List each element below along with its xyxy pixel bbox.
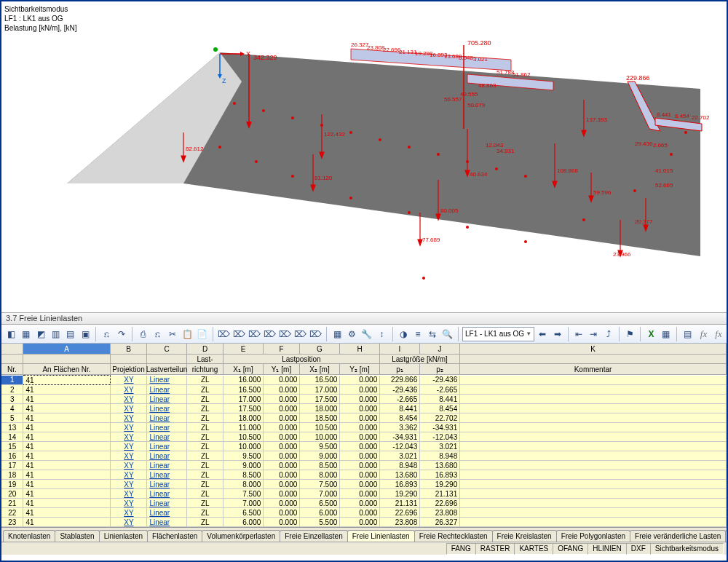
tab[interactable]: Freie Kreislasten [492,530,557,542]
tool-icon[interactable]: ▦ [19,327,32,341]
redo-icon[interactable]: ↷ [115,327,128,341]
svg-text:342.329: 342.329 [253,54,277,61]
loadcase-combo[interactable]: LF1 - LK1 aus OG▼ [462,327,534,341]
tool-icon[interactable]: ▣ [79,327,92,341]
tool-icon[interactable]: ⤴ [602,327,615,341]
table-row[interactable]: 2041XYLinearZL7.5000.0007.0000.00019.290… [1,489,727,499]
table-row[interactable]: 1441XYLinearZL10.5000.00010.0000.000-34.… [1,432,727,442]
tool-icon[interactable]: ◩ [34,327,47,341]
tool-icon[interactable]: ⌦ [232,327,246,341]
tool-icon[interactable]: ▦ [660,327,673,341]
data-grid[interactable]: 141XYLinearZL16.0000.00016.5000.000229.8… [1,375,727,527]
row-number[interactable]: 15 [1,442,23,451]
tool-icon[interactable]: ⎙ [136,327,149,341]
next-icon[interactable]: ➡ [550,327,563,341]
calc-icon[interactable]: ▤ [681,327,694,341]
tool-icon[interactable]: ⇤ [572,327,585,341]
tab[interactable]: Volumenkörperlasten [202,530,280,542]
tool-icon[interactable]: ◧ [4,327,17,341]
svg-point-97 [670,153,673,156]
table-row[interactable]: 1841XYLinearZL8.5000.0008.0000.00013.680… [1,470,727,480]
tab[interactable]: Freie Rechtecklasten [414,530,493,542]
row-number[interactable]: 2 [1,385,23,395]
tool-icon[interactable]: fx [711,327,724,341]
status-cell[interactable]: DXF [626,543,651,555]
tool-icon[interactable]: ⌦ [217,327,231,341]
row-number[interactable]: 23 [1,518,23,527]
tool-icon[interactable]: ◑ [396,327,409,341]
table-row[interactable]: 2341XYLinearZL6.0000.0005.5000.00023.808… [1,518,727,527]
table-row[interactable]: 1341XYLinearZL11.0000.00010.5000.0003.36… [1,423,727,432]
row-number[interactable]: 5 [1,413,23,423]
copy-icon[interactable]: 📋 [181,327,194,341]
tool-icon[interactable]: ⌦ [309,327,323,341]
status-cell[interactable]: FANG [446,543,476,555]
paste-icon[interactable]: 📄 [196,327,209,341]
find-icon[interactable]: 🔍 [441,327,454,341]
viewport-3d[interactable]: Sichtbarkeitsmodus LF1 : LK1 aus OG Bela… [1,1,727,312]
table-row[interactable]: 441XYLinearZL17.5000.00018.0000.0008.441… [1,404,727,413]
settings-icon[interactable]: ⚙ [345,327,358,341]
table-row[interactable]: 1541XYLinearZL10.0000.0009.5000.000-12.0… [1,442,727,451]
row-number[interactable]: 13 [1,423,23,432]
svg-point-79 [320,124,323,127]
tab[interactable]: Freie veränderliche Lasten [630,530,726,542]
table-row[interactable]: 141XYLinearZL16.0000.00016.5000.000229.8… [1,376,727,385]
tool-icon[interactable]: fx [695,327,708,341]
row-number[interactable]: 21 [1,499,23,508]
row-number[interactable]: 17 [1,461,23,470]
tab[interactable]: Freie Einzellasten [280,530,347,542]
row-number[interactable]: 20 [1,489,23,499]
table-row[interactable]: 1641XYLinearZL9.5000.0009.0000.0003.0218… [1,451,727,461]
tool-icon[interactable]: ⌦ [263,327,277,341]
undo-icon[interactable]: ⎌ [100,327,113,341]
status-cell[interactable]: RASTER [475,543,515,555]
tool-icon[interactable]: 🔧 [360,327,373,341]
svg-point-96 [633,189,636,192]
table-row[interactable]: 2241XYLinearZL6.5000.0006.0000.00022.696… [1,508,727,518]
row-number[interactable]: 18 [1,470,23,480]
excel-icon[interactable]: X [644,327,657,341]
sheet-toolbar: ◧ ▦ ◩ ▥ ▤ ▣ ⎌ ↷ ⎙ ⎌ ✂ 📋 📄 ⌦ ⌦ ⌦ ⌦ ⌦ ⌦ ⌦ … [1,325,727,344]
row-number[interactable]: 3 [1,395,23,404]
tool-icon[interactable]: ⌦ [293,327,307,341]
table-row[interactable]: 241XYLinearZL16.5000.00017.0000.000-29.4… [1,385,727,395]
table-row[interactable]: 1941XYLinearZL8.0000.0007.5000.00016.893… [1,480,727,489]
row-number[interactable]: 19 [1,480,23,489]
table-row[interactable]: 1741XYLinearZL9.0000.0008.5000.0008.9481… [1,461,727,470]
status-cell[interactable]: KARTES [514,543,553,555]
svg-point-82 [408,146,411,149]
table-row[interactable]: 2141XYLinearZL7.0000.0006.5000.00021.131… [1,499,727,508]
tool-icon[interactable]: ≡ [411,327,424,341]
status-cell[interactable]: HLINIEN [587,543,626,555]
tab[interactable]: Linienlasten [99,530,148,542]
tool-icon[interactable]: ⌦ [248,327,261,341]
tool-icon[interactable]: ⌦ [278,327,292,341]
table-row[interactable]: 541XYLinearZL18.0000.00018.5000.0008.454… [1,413,727,423]
tool-icon[interactable]: ▥ [49,327,62,341]
row-number[interactable]: 1 [1,376,23,385]
cut-icon[interactable]: ✂ [166,327,179,341]
tab[interactable]: Knoten-Zwangsverformungen [725,530,727,542]
tool-icon[interactable]: ⇥ [587,327,600,341]
row-number[interactable]: 14 [1,432,23,442]
svg-point-83 [437,153,440,156]
tool-icon[interactable]: ▦ [331,327,344,341]
row-number[interactable]: 22 [1,508,23,518]
status-cell[interactable]: Sichtbarkeitsmodus [650,543,724,555]
tool-icon[interactable]: ↕ [375,327,388,341]
table-row[interactable]: 341XYLinearZL17.0000.00017.5000.000-2.66… [1,395,727,404]
tab[interactable]: Flächenlasten [147,530,202,542]
tool-icon[interactable]: ⇆ [426,327,439,341]
tool-icon[interactable]: ⚑ [623,327,636,341]
prev-icon[interactable]: ⬅ [536,327,549,341]
row-number[interactable]: 16 [1,451,23,461]
tab[interactable]: Stablasten [55,530,99,542]
tab[interactable]: Freie Linienlasten [347,530,415,542]
row-number[interactable]: 4 [1,404,23,413]
tool-icon[interactable]: ⎌ [151,327,164,341]
tool-icon[interactable]: ▤ [64,327,77,341]
tab[interactable]: Knotenlasten [3,530,55,542]
status-cell[interactable]: OFANG [553,543,588,555]
tab[interactable]: Freie Polygonlasten [556,530,630,542]
